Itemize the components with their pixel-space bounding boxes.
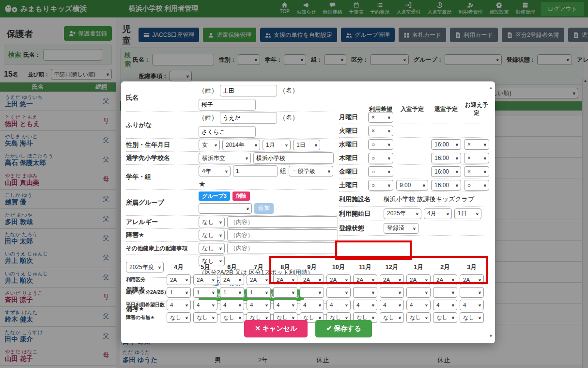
month-header: 4月 bbox=[167, 263, 191, 272]
other-care-detail-input[interactable] bbox=[227, 242, 338, 254]
grade-select[interactable]: 4年 bbox=[199, 166, 231, 176]
schedule-day-row: 木曜日 ○ 16:00 × bbox=[339, 151, 490, 165]
use-wish-select[interactable]: ○ bbox=[368, 153, 393, 163]
school-name-input[interactable] bbox=[253, 152, 334, 164]
use-wish-select[interactable]: ○ bbox=[368, 166, 393, 177]
other-care-select[interactable]: なし bbox=[199, 243, 225, 254]
year-settings-table: 2025年度 4月5月6月7月8月9月10月11月12月1月2月3月 利用区分 … bbox=[126, 261, 490, 324]
facility-row: 利用施設名 横浜小学校 放課後キッズクラブ bbox=[339, 192, 490, 207]
year-table-select[interactable]: 4 bbox=[380, 300, 404, 310]
year-table-select[interactable]: 2A bbox=[220, 274, 244, 285]
start-month-select[interactable]: 4月 bbox=[424, 208, 452, 219]
year-table-select[interactable]: 4 bbox=[460, 300, 484, 310]
year-table-select[interactable]: 4 bbox=[300, 300, 324, 310]
year-table-select[interactable] bbox=[326, 287, 351, 298]
status-row: 登録状態 登録済 bbox=[339, 221, 490, 236]
year-table-select[interactable] bbox=[433, 287, 457, 298]
pickup-select[interactable]: × bbox=[464, 153, 489, 163]
required-star: ★ bbox=[199, 179, 205, 189]
year-table-select[interactable] bbox=[300, 287, 324, 298]
allergy-select[interactable]: なし bbox=[199, 217, 225, 227]
year-table-select[interactable]: 2A bbox=[406, 274, 431, 285]
year-table-select[interactable]: 2A bbox=[167, 274, 191, 285]
pickup-select[interactable]: × bbox=[464, 139, 489, 150]
start-year-select[interactable]: 2025年 bbox=[384, 208, 421, 219]
year-table-select[interactable]: 4 bbox=[433, 300, 457, 310]
fiscal-year-select[interactable]: 2025年度 bbox=[126, 262, 164, 272]
registration-status-select[interactable]: 登録済 bbox=[384, 223, 418, 234]
kana-row: ふりがな （姓） （名） bbox=[126, 112, 338, 139]
month-header: 7月 bbox=[247, 263, 271, 272]
use-wish-select[interactable]: ○ bbox=[368, 180, 393, 191]
year-table-select[interactable] bbox=[380, 287, 404, 298]
year-table-select[interactable]: 2A bbox=[300, 274, 324, 285]
class-type-select[interactable]: 一般学級 bbox=[289, 166, 333, 176]
birth-day-select[interactable]: 1日 bbox=[293, 140, 320, 150]
birth-month-select[interactable]: 1月 bbox=[263, 140, 291, 150]
first-name-kana-input[interactable] bbox=[199, 126, 256, 138]
start-date-row: 利用開始日 2025年 4月 1日 bbox=[339, 207, 490, 221]
year-table-select[interactable]: 2A bbox=[353, 274, 377, 285]
allergy-detail-input[interactable] bbox=[227, 216, 338, 228]
year-table-select[interactable]: 2A bbox=[247, 274, 271, 285]
other-care-row: その他健康上の配慮事項 なし bbox=[126, 242, 338, 255]
year-table-select[interactable] bbox=[406, 287, 431, 298]
year-table-select[interactable]: 4 bbox=[220, 300, 244, 310]
year-table-select[interactable]: 2A bbox=[273, 274, 297, 285]
year-table-select[interactable]: 2A bbox=[326, 274, 351, 285]
year-table-select[interactable]: 4 bbox=[193, 300, 217, 310]
class-number-input[interactable] bbox=[233, 165, 278, 177]
use-wish-select[interactable]: × bbox=[368, 126, 393, 136]
month-header: 2月 bbox=[433, 263, 457, 272]
year-table-select[interactable] bbox=[460, 287, 484, 298]
use-wish-select[interactable]: ○ bbox=[368, 139, 393, 150]
month-header: 3月 bbox=[460, 263, 484, 272]
start-day-select[interactable]: 1日 bbox=[454, 208, 481, 219]
last-name-kana-input[interactable] bbox=[220, 112, 277, 124]
group-add-button[interactable]: 追加 bbox=[254, 203, 274, 214]
year-table-select[interactable]: 1 bbox=[167, 287, 191, 298]
month-header: 8月 bbox=[273, 263, 297, 272]
month-header: 1月 bbox=[406, 263, 431, 272]
group-add-select[interactable] bbox=[199, 203, 252, 214]
last-name-input[interactable] bbox=[220, 85, 277, 96]
year-table-select[interactable]: 4 bbox=[247, 300, 271, 310]
pickup-select[interactable]: × bbox=[464, 166, 489, 177]
year-table-select[interactable]: 1 bbox=[193, 287, 217, 298]
year-table-select[interactable]: 4 bbox=[326, 300, 351, 310]
year-table-select[interactable]: 2A bbox=[193, 274, 217, 285]
exit-time-select[interactable]: 16:00 bbox=[431, 153, 461, 163]
school-city-select[interactable]: 横浜市立 bbox=[199, 153, 251, 163]
year-table-select[interactable]: 4 bbox=[406, 300, 431, 310]
pickup-select[interactable]: ○ bbox=[464, 180, 489, 191]
gender-dob-row: 性別・生年月日 女 2014年 1月 1日 bbox=[126, 139, 338, 152]
group-delete-button[interactable]: 削除 bbox=[232, 192, 250, 201]
year-table-select[interactable]: 1 bbox=[247, 287, 271, 298]
exit-time-select[interactable]: 16:00 bbox=[431, 180, 461, 191]
year-table-select[interactable]: 2A bbox=[380, 274, 404, 285]
exit-time-select[interactable]: 16:00 bbox=[431, 139, 461, 150]
year-table-select[interactable]: 4 bbox=[167, 300, 191, 310]
gender-select[interactable]: 女 bbox=[199, 140, 220, 150]
year-table-select[interactable] bbox=[353, 287, 377, 298]
year-table-select[interactable]: 2A bbox=[433, 274, 457, 285]
group-badge: グループ3 bbox=[199, 192, 230, 201]
year-table-select[interactable]: 2A bbox=[460, 274, 484, 285]
year-table-select[interactable]: 4 bbox=[273, 300, 297, 310]
save-button[interactable]: ✔ 保存する bbox=[315, 320, 371, 337]
first-name-input[interactable] bbox=[199, 99, 256, 111]
enter-time-select[interactable]: 9:00 bbox=[396, 180, 428, 191]
year-table-select[interactable]: 1 bbox=[220, 287, 244, 298]
birth-year-select[interactable]: 2014年 bbox=[222, 140, 260, 150]
schedule-day-row: 水曜日 ○ 16:00 × bbox=[339, 138, 490, 151]
grade-class-row: 学年・組 4年 組 一般学級 ★ bbox=[126, 165, 338, 190]
allergy-row: アレルギー なし bbox=[126, 216, 338, 229]
group-row: 所属グループ グループ3 削除 追加 bbox=[126, 190, 338, 216]
use-wish-select[interactable]: × bbox=[368, 112, 393, 123]
year-table-select[interactable] bbox=[273, 287, 297, 298]
disability-select[interactable]: なし bbox=[199, 230, 225, 240]
disability-detail-input[interactable] bbox=[227, 229, 338, 241]
year-table-select[interactable]: 4 bbox=[353, 300, 377, 310]
exit-time-select[interactable]: 16:00 bbox=[431, 166, 461, 177]
cancel-button[interactable]: ✕ キャンセル bbox=[244, 320, 308, 337]
